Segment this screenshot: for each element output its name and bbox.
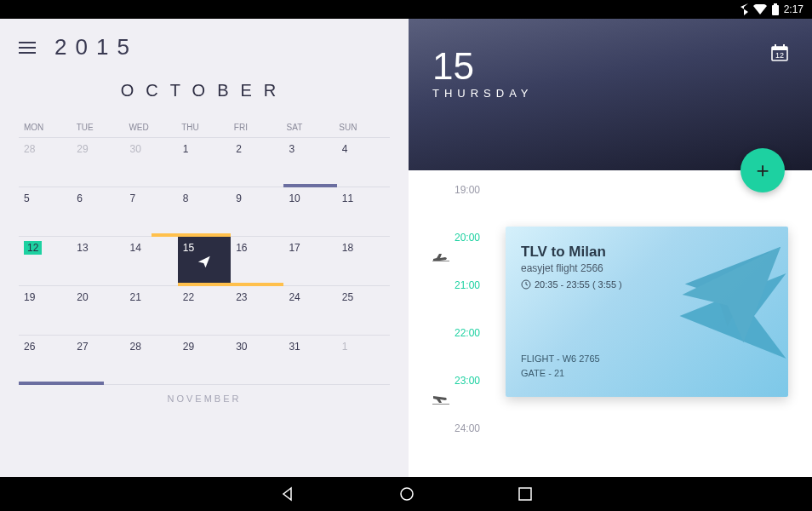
plane-icon bbox=[197, 255, 212, 273]
year-label[interactable]: 2015 bbox=[54, 34, 138, 60]
agenda-hero: 15 THURSDAY 12 bbox=[409, 19, 812, 170]
calendar-cell[interactable]: 8 bbox=[178, 187, 231, 237]
home-button[interactable] bbox=[398, 485, 415, 502]
calendar-cell[interactable]: 11 bbox=[337, 187, 390, 237]
timeline[interactable]: TLV to Milan easyjet flight 2566 20:35 -… bbox=[409, 170, 812, 477]
time-label: 23:00 bbox=[409, 373, 494, 387]
svg-rect-1 bbox=[774, 3, 777, 5]
takeoff-icon bbox=[432, 250, 449, 266]
weekday-label: SUN bbox=[335, 118, 388, 137]
month-title: OCTOBER bbox=[19, 81, 390, 100]
calendar-cell[interactable]: 3 bbox=[283, 138, 336, 187]
weekday-label: TUE bbox=[73, 118, 126, 137]
calendar-cell[interactable]: 26 bbox=[19, 336, 71, 385]
time-row: 22:00 bbox=[409, 325, 812, 373]
svg-rect-0 bbox=[772, 5, 779, 15]
time-label: 19:00 bbox=[409, 182, 494, 196]
agenda-pane: 15 THURSDAY 12 + TLV to Milan easyjet fl… bbox=[409, 19, 812, 477]
calendar-cell[interactable]: 17 bbox=[283, 237, 336, 286]
android-navbar bbox=[0, 477, 812, 511]
svg-rect-3 bbox=[772, 47, 787, 50]
wifi-icon bbox=[753, 4, 767, 14]
calendar-cell[interactable]: 1 bbox=[337, 336, 390, 385]
calendar-cell[interactable]: 20 bbox=[71, 286, 124, 336]
calendar-cell[interactable]: 22 bbox=[178, 286, 231, 336]
back-button[interactable] bbox=[279, 485, 296, 502]
calendar-cell[interactable]: 28 bbox=[19, 138, 71, 187]
calendar-cell[interactable]: 19 bbox=[19, 286, 71, 336]
calendar-cell[interactable]: 5 bbox=[19, 187, 71, 237]
time-label: 22:00 bbox=[409, 325, 494, 339]
landing-icon bbox=[432, 393, 449, 409]
time-row: 23:00 bbox=[409, 373, 812, 421]
calendar-cell[interactable]: 13 bbox=[71, 237, 124, 286]
calendar-cell[interactable]: 1 bbox=[178, 138, 231, 187]
calendar-cell[interactable]: 29 bbox=[71, 138, 124, 187]
calendar-cell[interactable]: 18 bbox=[337, 237, 390, 286]
time-label: 20:00 bbox=[409, 230, 494, 244]
calendar-cell[interactable]: 27 bbox=[71, 336, 124, 385]
android-statusbar: 2:17 bbox=[0, 0, 812, 19]
calendar-cell[interactable]: 10 bbox=[283, 187, 336, 237]
calendar-cell[interactable]: 12 bbox=[19, 237, 71, 286]
weekday-label: THU bbox=[178, 118, 231, 137]
time-label: 24:00 bbox=[409, 421, 494, 434]
time-row: 20:00 bbox=[409, 230, 812, 278]
bluetooth-icon bbox=[741, 3, 748, 15]
calendar-cell[interactable]: 24 bbox=[283, 286, 336, 336]
weekday-label: SAT bbox=[283, 118, 336, 137]
calendar-cell[interactable]: 30 bbox=[125, 138, 178, 187]
jump-to-today-button[interactable]: 12 bbox=[769, 43, 790, 66]
svg-rect-4 bbox=[775, 44, 776, 48]
weekday-header: MON TUE WED THU FRI SAT SUN bbox=[19, 118, 390, 138]
calendar-cell[interactable]: 31 bbox=[283, 336, 336, 385]
calendar-cell[interactable]: 14 bbox=[125, 237, 178, 286]
calendar-cell[interactable]: 28 bbox=[125, 336, 178, 385]
calendar-cell[interactable]: 6 bbox=[71, 187, 124, 237]
weekday-label: WED bbox=[125, 118, 178, 137]
calendar-pane: 2015 OCTOBER MON TUE WED THU FRI SAT SUN… bbox=[0, 19, 409, 477]
calendar-cell[interactable]: 4 bbox=[337, 138, 390, 187]
weekday-label: MON bbox=[20, 118, 73, 137]
time-label: 21:00 bbox=[409, 278, 494, 291]
calendar-cell[interactable]: 21 bbox=[125, 286, 178, 336]
svg-rect-9 bbox=[432, 404, 449, 405]
calendar-cell[interactable]: 25 bbox=[337, 286, 390, 336]
recents-button[interactable] bbox=[518, 486, 533, 502]
calendar-grid: 2829301234567891011121314151617181920212… bbox=[19, 138, 390, 385]
calendar-cell[interactable]: 16 bbox=[231, 237, 283, 286]
calendar-cell[interactable]: 15 bbox=[178, 237, 231, 286]
svg-rect-5 bbox=[783, 44, 785, 48]
hero-date: 15 bbox=[432, 48, 788, 85]
calendar-cell[interactable]: 9 bbox=[231, 187, 283, 237]
hero-day: THURSDAY bbox=[432, 87, 788, 100]
menu-button[interactable] bbox=[19, 38, 36, 57]
svg-text:12: 12 bbox=[775, 51, 784, 60]
battery-icon bbox=[772, 3, 779, 15]
calendar-cell[interactable]: 23 bbox=[231, 286, 283, 336]
weekday-label: FRI bbox=[231, 118, 283, 137]
calendar-cell[interactable]: 2 bbox=[231, 138, 283, 187]
svg-point-10 bbox=[401, 488, 413, 500]
next-month-label[interactable]: NOVEMBER bbox=[19, 393, 390, 404]
time-row: 24:00 bbox=[409, 421, 812, 468]
calendar-cell[interactable]: 29 bbox=[178, 336, 231, 385]
calendar-cell[interactable]: 7 bbox=[125, 187, 178, 237]
svg-rect-8 bbox=[432, 261, 449, 261]
add-event-button[interactable]: + bbox=[741, 148, 785, 192]
svg-rect-11 bbox=[519, 488, 531, 500]
clock-label: 2:17 bbox=[784, 3, 803, 15]
calendar-cell[interactable]: 30 bbox=[231, 336, 283, 385]
time-row: 21:00 bbox=[409, 278, 812, 325]
